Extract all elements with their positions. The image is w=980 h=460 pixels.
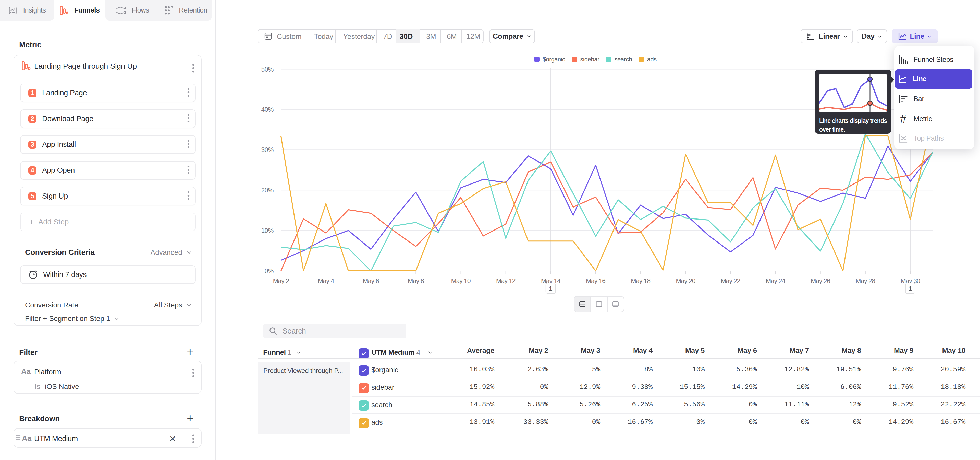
svg-text:May 26: May 26 <box>811 277 830 284</box>
svg-text:1: 1 <box>549 285 552 292</box>
svg-text:30%: 30% <box>261 146 274 153</box>
svg-text:May 28: May 28 <box>856 277 875 284</box>
svg-text:May 22: May 22 <box>721 277 740 284</box>
svg-text:May 4: May 4 <box>318 277 334 284</box>
svg-text:May 8: May 8 <box>408 277 424 284</box>
svg-text:May 12: May 12 <box>496 277 515 284</box>
svg-text:May 16: May 16 <box>586 277 605 284</box>
svg-text:May 18: May 18 <box>631 277 650 284</box>
svg-text:0%: 0% <box>265 267 274 275</box>
svg-text:50%: 50% <box>261 65 274 73</box>
svg-text:40%: 40% <box>261 106 274 113</box>
svg-text:May 2: May 2 <box>273 277 289 284</box>
svg-text:1: 1 <box>908 285 912 292</box>
svg-text:20%: 20% <box>261 187 274 194</box>
svg-text:May 20: May 20 <box>676 277 695 284</box>
svg-text:May 24: May 24 <box>766 277 786 284</box>
svg-text:May 6: May 6 <box>363 277 379 284</box>
svg-text:10%: 10% <box>261 227 274 234</box>
svg-text:May 10: May 10 <box>451 277 471 284</box>
